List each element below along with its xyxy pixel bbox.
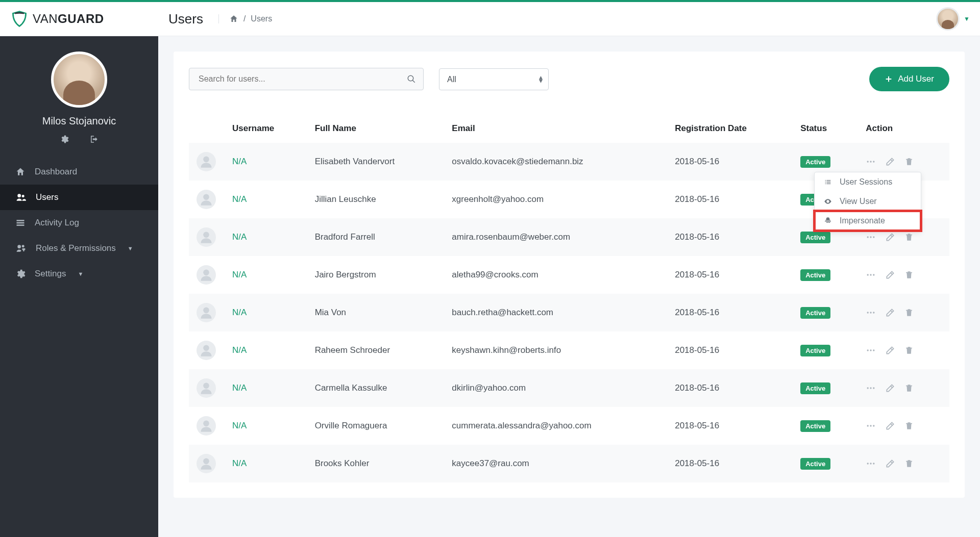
trash-icon[interactable] bbox=[904, 157, 914, 167]
chevron-down-icon: ▼ bbox=[964, 15, 970, 22]
svg-point-32 bbox=[203, 383, 209, 389]
main-content: All ▴▾ Add User UsernameFull NameEmailRe… bbox=[158, 36, 980, 537]
status-badge: Active bbox=[800, 156, 830, 168]
sidebar-item-activity-log[interactable]: Activity Log bbox=[0, 210, 158, 236]
username-link[interactable]: N/A bbox=[232, 194, 247, 204]
avatar bbox=[936, 7, 960, 31]
more-icon[interactable] bbox=[866, 157, 876, 167]
row-dropdown: User SessionsView UserImpersonate bbox=[814, 172, 921, 231]
add-user-label: Add User bbox=[898, 74, 934, 84]
svg-point-39 bbox=[873, 425, 875, 426]
more-icon[interactable] bbox=[866, 270, 876, 280]
dropdown-user-sessions[interactable]: User Sessions bbox=[815, 172, 921, 192]
svg-point-9 bbox=[870, 161, 872, 162]
home-icon[interactable] bbox=[229, 14, 238, 23]
trash-icon[interactable] bbox=[904, 232, 914, 242]
sidebar-item-label: Activity Log bbox=[35, 218, 79, 228]
trash-icon[interactable] bbox=[904, 421, 914, 431]
logout-icon[interactable] bbox=[89, 135, 99, 144]
registration-date: 2018-05-16 bbox=[667, 256, 793, 294]
add-user-button[interactable]: Add User bbox=[869, 67, 949, 91]
username-link[interactable]: N/A bbox=[232, 232, 247, 242]
search-icon[interactable] bbox=[407, 74, 416, 84]
svg-point-30 bbox=[870, 349, 872, 351]
edit-icon[interactable] bbox=[885, 345, 895, 355]
svg-point-19 bbox=[873, 236, 875, 238]
edit-icon[interactable] bbox=[885, 458, 895, 469]
trash-icon[interactable] bbox=[904, 458, 914, 469]
trash-icon[interactable] bbox=[904, 383, 914, 393]
username-link[interactable]: N/A bbox=[232, 421, 247, 430]
sidebar-item-users[interactable]: Users bbox=[0, 185, 158, 210]
chevron-down-icon: ▼ bbox=[78, 271, 83, 277]
registration-date: 2018-05-16 bbox=[667, 143, 793, 181]
svg-point-17 bbox=[867, 236, 869, 238]
search-input[interactable] bbox=[189, 68, 424, 90]
username-link[interactable]: N/A bbox=[232, 157, 247, 166]
more-icon[interactable] bbox=[866, 232, 876, 242]
svg-point-37 bbox=[867, 425, 869, 426]
more-icon[interactable] bbox=[866, 458, 876, 469]
email: kaycee37@rau.com bbox=[444, 445, 667, 482]
edit-icon[interactable] bbox=[885, 383, 895, 393]
edit-icon[interactable] bbox=[885, 308, 895, 318]
sidebar-item-label: Settings bbox=[35, 269, 66, 279]
sidebar-item-settings[interactable]: Settings▼ bbox=[0, 261, 158, 287]
column-header: Status bbox=[793, 114, 858, 143]
more-icon[interactable] bbox=[866, 383, 876, 393]
trash-icon[interactable] bbox=[904, 345, 914, 355]
logo[interactable]: VANGUARD bbox=[10, 10, 143, 28]
row-avatar bbox=[197, 378, 216, 398]
page-title: Users bbox=[168, 11, 203, 27]
more-icon[interactable] bbox=[866, 308, 876, 318]
sidebar-item-dashboard[interactable]: Dashboard bbox=[0, 159, 158, 185]
more-icon[interactable] bbox=[866, 345, 876, 355]
full-name: Brooks Kohler bbox=[307, 445, 445, 482]
gears-icon bbox=[15, 269, 26, 279]
row-actions: User SessionsView UserImpersonate bbox=[866, 157, 942, 167]
row-avatar bbox=[197, 227, 216, 247]
username-link[interactable]: N/A bbox=[232, 458, 247, 468]
sidebar-item-roles-permissions[interactable]: Roles & Permissions▼ bbox=[0, 236, 158, 261]
row-actions bbox=[866, 383, 942, 393]
trash-icon[interactable] bbox=[904, 308, 914, 318]
registration-date: 2018-05-16 bbox=[667, 218, 793, 256]
edit-icon[interactable] bbox=[885, 232, 895, 242]
full-name: Jairo Bergstrom bbox=[307, 256, 445, 294]
row-actions bbox=[866, 345, 942, 355]
dropdown-impersonate[interactable]: Impersonate bbox=[815, 211, 921, 231]
email: cummerata.alessandra@yahoo.com bbox=[444, 407, 667, 445]
list-icon bbox=[15, 218, 26, 228]
row-avatar bbox=[197, 190, 216, 209]
registration-date: 2018-05-16 bbox=[667, 181, 793, 218]
full-name: Raheem Schroeder bbox=[307, 331, 445, 369]
registration-date: 2018-05-16 bbox=[667, 369, 793, 407]
dropdown-view-user[interactable]: View User bbox=[815, 192, 921, 211]
username-link[interactable]: N/A bbox=[232, 308, 247, 317]
svg-rect-3 bbox=[17, 222, 24, 224]
avatar[interactable] bbox=[51, 52, 107, 108]
status-filter[interactable]: All bbox=[439, 68, 549, 90]
table-row: N/AMia Vonbauch.retha@hackett.com2018-05… bbox=[189, 294, 949, 331]
svg-point-41 bbox=[867, 463, 869, 464]
email: bauch.retha@hackett.com bbox=[444, 294, 667, 331]
svg-point-31 bbox=[873, 349, 875, 351]
username-link[interactable]: N/A bbox=[232, 270, 247, 279]
username-link[interactable]: N/A bbox=[232, 345, 247, 355]
edit-icon[interactable] bbox=[885, 157, 895, 167]
full-name: Bradford Farrell bbox=[307, 218, 445, 256]
row-actions bbox=[866, 458, 942, 469]
gear-icon[interactable] bbox=[60, 135, 69, 144]
edit-icon[interactable] bbox=[885, 421, 895, 431]
breadcrumb-sep: / bbox=[243, 14, 246, 23]
users-icon bbox=[15, 192, 27, 202]
header-user[interactable]: ▼ bbox=[936, 7, 970, 31]
trash-icon[interactable] bbox=[904, 270, 914, 280]
svg-point-5 bbox=[17, 245, 21, 248]
svg-point-0 bbox=[17, 194, 21, 197]
table-row: N/ABrooks Kohlerkaycee37@rau.com2018-05-… bbox=[189, 445, 949, 482]
more-icon[interactable] bbox=[866, 421, 876, 431]
edit-icon[interactable] bbox=[885, 270, 895, 280]
svg-point-20 bbox=[203, 270, 209, 276]
username-link[interactable]: N/A bbox=[232, 383, 247, 393]
